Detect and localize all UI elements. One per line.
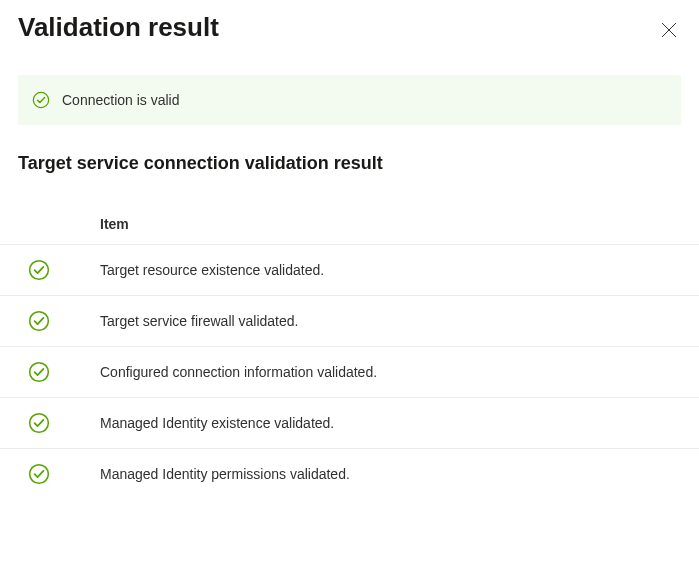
svg-point-6 bbox=[30, 414, 49, 433]
row-item-text: Managed Identity permissions validated. bbox=[100, 466, 350, 482]
table-row: Configured connection information valida… bbox=[0, 346, 699, 397]
row-item-text: Managed Identity existence validated. bbox=[100, 415, 334, 431]
row-item-text: Configured connection information valida… bbox=[100, 364, 377, 380]
table-row: Target resource existence validated. bbox=[0, 244, 699, 295]
column-status bbox=[18, 216, 100, 232]
success-icon bbox=[28, 412, 50, 434]
svg-point-7 bbox=[30, 465, 49, 484]
svg-point-2 bbox=[33, 92, 48, 107]
table-row: Managed Identity existence validated. bbox=[0, 397, 699, 448]
panel-header: Validation result bbox=[0, 0, 699, 63]
table-header: Item bbox=[0, 204, 699, 244]
status-banner-text: Connection is valid bbox=[62, 92, 180, 108]
column-item: Item bbox=[100, 216, 129, 232]
row-status-cell bbox=[18, 259, 100, 281]
validation-table: Item Target resource existence validated… bbox=[0, 204, 699, 499]
svg-point-4 bbox=[30, 312, 49, 331]
success-icon bbox=[28, 463, 50, 485]
page-title: Validation result bbox=[18, 12, 219, 43]
table-row: Target service firewall validated. bbox=[0, 295, 699, 346]
status-banner: Connection is valid bbox=[18, 75, 681, 125]
svg-point-3 bbox=[30, 261, 49, 280]
row-item-text: Target resource existence validated. bbox=[100, 262, 324, 278]
section-title: Target service connection validation res… bbox=[0, 149, 699, 204]
close-button[interactable] bbox=[657, 18, 681, 42]
close-icon bbox=[661, 22, 677, 38]
success-icon bbox=[28, 259, 50, 281]
row-status-cell bbox=[18, 361, 100, 383]
success-icon bbox=[28, 361, 50, 383]
row-status-cell bbox=[18, 310, 100, 332]
table-row: Managed Identity permissions validated. bbox=[0, 448, 699, 499]
row-item-text: Target service firewall validated. bbox=[100, 313, 298, 329]
success-icon bbox=[28, 310, 50, 332]
svg-point-5 bbox=[30, 363, 49, 382]
success-icon bbox=[32, 91, 50, 109]
row-status-cell bbox=[18, 463, 100, 485]
row-status-cell bbox=[18, 412, 100, 434]
